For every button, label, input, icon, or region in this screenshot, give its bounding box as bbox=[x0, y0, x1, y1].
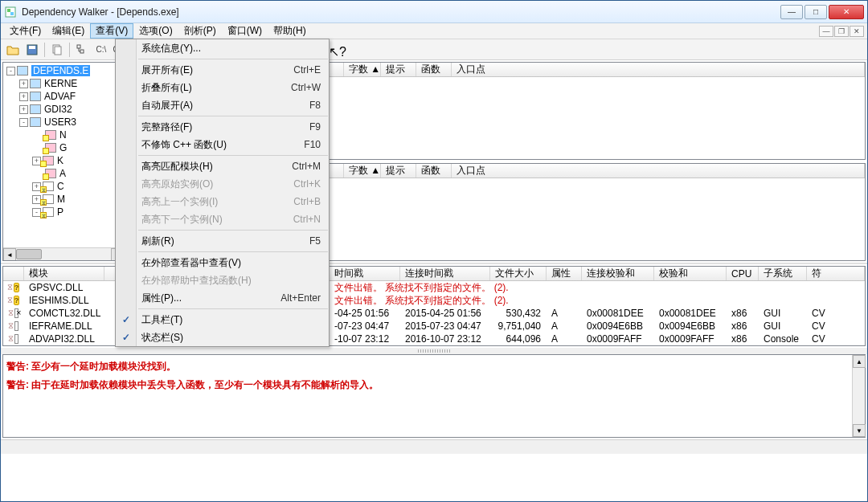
tree-node[interactable]: -⧖P bbox=[5, 206, 122, 218]
col-ordinal[interactable]: 字数 ▲ bbox=[344, 63, 381, 76]
module-cell: 2015-04-25 01:56 bbox=[400, 308, 490, 319]
mdi-close-button[interactable]: ✕ bbox=[850, 26, 864, 37]
col-entrypoint2[interactable]: 入口点 bbox=[452, 164, 865, 178]
module-icon bbox=[30, 92, 41, 101]
titlebar[interactable]: Dependency Walker - [Depends.exe] — □ ✕ bbox=[1, 1, 867, 23]
tree-hscroll[interactable]: ◄ ► bbox=[3, 247, 124, 260]
menu-item[interactable]: 刷新(R)F5 bbox=[116, 232, 329, 250]
module-name: IEFRAME.DLL bbox=[24, 320, 104, 332]
col-hint[interactable]: 提示 bbox=[381, 63, 416, 76]
mdi-minimize-button[interactable]: — bbox=[819, 26, 833, 37]
tree-node[interactable]: -USER3 bbox=[5, 116, 122, 129]
tree-toggle-icon[interactable]: - bbox=[6, 67, 15, 76]
mod-col-ts[interactable]: 时间戳 bbox=[330, 267, 400, 280]
close-button[interactable]: ✕ bbox=[829, 5, 864, 19]
menu-item: 在外部帮助中查找函数(H) bbox=[116, 271, 329, 289]
mod-col-size[interactable]: 文件大小 bbox=[490, 267, 547, 280]
mod-col-cpu[interactable]: CPU bbox=[727, 267, 759, 280]
menu-item[interactable]: 完整路径(F)F9 bbox=[116, 118, 329, 136]
menu-view[interactable]: 查看(V) bbox=[90, 23, 133, 39]
menu-options[interactable]: 选项(O) bbox=[133, 23, 178, 39]
col-function[interactable]: 函数 bbox=[416, 63, 452, 76]
menu-item[interactable]: 在外部查看器中查看(V) bbox=[116, 254, 329, 271]
tb-autoexpand-icon[interactable] bbox=[73, 41, 91, 59]
tree-node[interactable]: +ADVAF bbox=[5, 90, 122, 103]
tree-node-label: KERNE bbox=[44, 78, 77, 89]
tree-toggle-icon[interactable]: + bbox=[19, 80, 28, 88]
module-status-icon: ⧖? bbox=[3, 283, 24, 292]
module-cell: 644,096 bbox=[490, 333, 547, 345]
scroll-left-icon[interactable]: ◄ bbox=[3, 248, 16, 261]
col-function2[interactable]: 函数 bbox=[416, 164, 452, 178]
menu-item[interactable]: 不修饰 C++ 函数(U)F10 bbox=[116, 136, 329, 153]
scroll-down-icon[interactable]: ▼ bbox=[853, 424, 866, 437]
menu-item[interactable]: ✓状态栏(S) bbox=[116, 329, 329, 346]
module-status-icon: ⧖ bbox=[3, 308, 24, 318]
mod-col-chk[interactable]: 校验和 bbox=[654, 267, 727, 280]
mod-col-linkts[interactable]: 连接时间戳 bbox=[400, 267, 490, 280]
svg-rect-7 bbox=[77, 45, 80, 48]
tree-node[interactable]: A bbox=[5, 167, 122, 180]
tree-node[interactable]: +⧖C bbox=[5, 180, 122, 193]
menu-profile[interactable]: 剖析(P) bbox=[178, 23, 222, 39]
module-cell: -07-23 04:47 bbox=[330, 320, 400, 332]
menu-item[interactable]: 折叠所有(L)Ctrl+W bbox=[116, 79, 329, 96]
module-status-icon: ⧖ bbox=[3, 321, 24, 331]
module-icon bbox=[17, 66, 28, 76]
tree-toggle-icon[interactable]: + bbox=[19, 92, 28, 101]
tb-copy-icon[interactable] bbox=[48, 41, 66, 59]
module-cell: A bbox=[547, 308, 582, 319]
minimize-button[interactable]: — bbox=[780, 5, 803, 19]
tree-toggle-icon[interactable]: + bbox=[19, 105, 28, 114]
col-ordinal2[interactable]: 字数 ▲ bbox=[344, 164, 381, 178]
splitter[interactable] bbox=[1, 348, 867, 354]
tb-save-icon[interactable] bbox=[23, 41, 41, 59]
tree-toggle-icon[interactable]: - bbox=[19, 118, 28, 127]
menu-item-shortcut: F8 bbox=[309, 100, 321, 111]
col-entrypoint[interactable]: 入口点 bbox=[452, 63, 865, 76]
scroll-up-icon[interactable]: ▲ bbox=[853, 355, 866, 368]
col-hint2[interactable]: 提示 bbox=[381, 164, 416, 178]
menu-item-label: 系统信息(Y)... bbox=[141, 42, 201, 55]
tree-node[interactable]: +⧖M bbox=[5, 193, 122, 206]
tree-node[interactable]: G bbox=[5, 141, 122, 154]
menu-file[interactable]: 文件(F) bbox=[4, 23, 47, 39]
mod-col-icon[interactable] bbox=[3, 267, 24, 280]
menu-edit[interactable]: 编辑(E) bbox=[47, 23, 90, 39]
menu-item-label: 在外部帮助中查找函数(H) bbox=[141, 274, 252, 288]
mod-col-attr[interactable]: 属性 bbox=[547, 267, 582, 280]
menu-item[interactable]: 高亮匹配模块(H)Ctrl+M bbox=[116, 157, 329, 175]
menu-item[interactable]: 展开所有(E)Ctrl+E bbox=[116, 61, 329, 79]
menu-item-shortcut: Ctrl+B bbox=[293, 196, 321, 207]
tree-node[interactable]: +GDI32 bbox=[5, 103, 122, 116]
menu-item-shortcut: Alt+Enter bbox=[280, 292, 321, 304]
menu-help[interactable]: 帮助(H) bbox=[268, 23, 312, 39]
mdi-restore-button[interactable]: ❐ bbox=[834, 26, 849, 37]
module-cell: 0x00081DEE bbox=[654, 308, 727, 319]
menu-item[interactable]: 自动展开(A)F8 bbox=[116, 96, 329, 114]
module-cell: 0x0094E6BB bbox=[654, 320, 727, 332]
mod-col-linkchk[interactable]: 连接校验和 bbox=[582, 267, 654, 280]
scroll-thumb[interactable] bbox=[16, 249, 42, 259]
tree-node[interactable]: N bbox=[5, 129, 122, 141]
module-cell: x86 bbox=[727, 308, 759, 319]
tree-node[interactable]: -DEPENDS.E bbox=[5, 64, 122, 77]
tree-node-label: C bbox=[57, 181, 64, 192]
tree-node[interactable]: +KERNE bbox=[5, 77, 122, 90]
mod-col-module[interactable]: 模块 bbox=[24, 267, 104, 280]
menu-item[interactable]: 系统信息(Y)... bbox=[116, 39, 329, 57]
tree-node[interactable]: +K bbox=[5, 154, 122, 167]
tree-node-label: A bbox=[59, 168, 66, 179]
module-tree-pane[interactable]: -DEPENDS.E+KERNE+ADVAF+GDI32-USER3NG+KA+… bbox=[2, 62, 125, 261]
maximize-button[interactable]: □ bbox=[805, 5, 827, 19]
mod-col-sym[interactable]: 符 bbox=[807, 267, 865, 280]
menu-item[interactable]: ✓工具栏(T) bbox=[116, 311, 329, 329]
log-pane[interactable]: 警告: 至少有一个延时加载模块没找到。 警告: 由于在延时加载依赖模块中丢失导入… bbox=[2, 354, 866, 438]
menu-item-label: 高亮上一个实例(I) bbox=[141, 195, 218, 209]
tb-open-icon[interactable] bbox=[4, 41, 22, 59]
menu-item[interactable]: 属性(P)...Alt+Enter bbox=[116, 289, 329, 307]
log-vscroll[interactable]: ▲ ▼ bbox=[852, 355, 865, 437]
menu-window[interactable]: 窗口(W) bbox=[222, 23, 268, 39]
mod-col-sub[interactable]: 子系统 bbox=[759, 267, 807, 280]
tb-fullpath-icon[interactable]: C:\ bbox=[92, 41, 110, 59]
